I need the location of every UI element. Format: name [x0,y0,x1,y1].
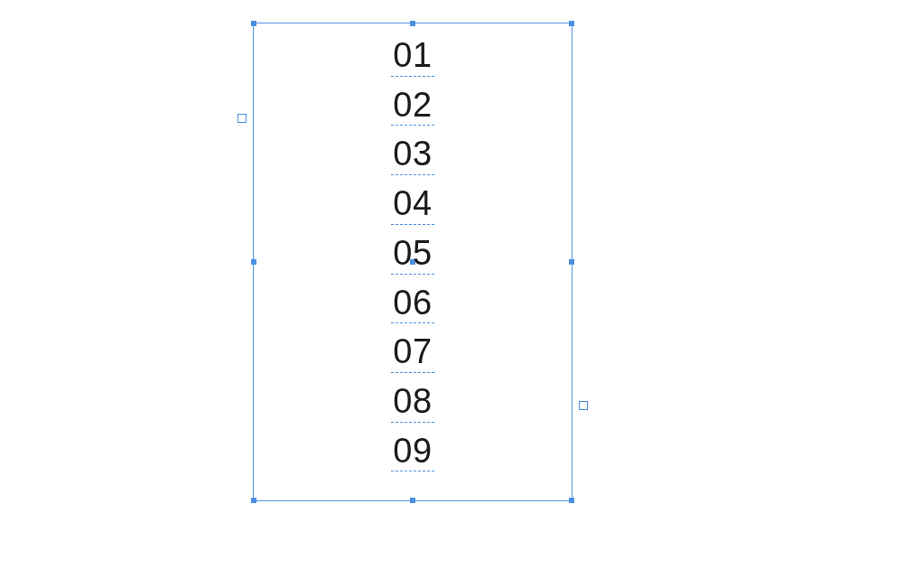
text-value[interactable]: 01 [393,31,432,80]
text-value[interactable]: 09 [393,426,432,476]
text-value[interactable]: 08 [393,377,432,426]
text-value[interactable]: 05 [393,229,432,278]
thread-out-port[interactable] [579,401,588,410]
text-line: 04 [254,179,572,229]
resize-handle-bottom-middle[interactable] [410,498,415,503]
text-line: 09 [254,426,572,476]
text-line: 03 [254,129,572,179]
text-line: 06 [254,278,572,328]
text-line: 08 [254,377,572,426]
resize-handle-bottom-right[interactable] [569,498,574,503]
text-line: 07 [254,327,572,377]
text-value[interactable]: 07 [393,327,432,377]
thread-in-port[interactable] [237,114,247,123]
text-value[interactable]: 04 [393,179,432,229]
resize-handle-bottom-left[interactable] [251,498,256,503]
text-line: 02 [254,80,572,130]
resize-handle-top-left[interactable] [251,21,256,26]
text-value[interactable]: 02 [393,80,432,130]
text-frame-selection[interactable]: 01 02 03 04 05 06 07 08 09 [253,23,573,501]
text-frame-content[interactable]: 01 02 03 04 05 06 07 08 09 [254,31,572,475]
resize-handle-top-middle[interactable] [410,21,415,26]
text-line: 05 [254,229,572,278]
resize-handle-top-right[interactable] [569,21,574,26]
text-value[interactable]: 06 [393,278,432,328]
text-value[interactable]: 03 [393,129,432,179]
text-line: 01 [254,31,572,80]
